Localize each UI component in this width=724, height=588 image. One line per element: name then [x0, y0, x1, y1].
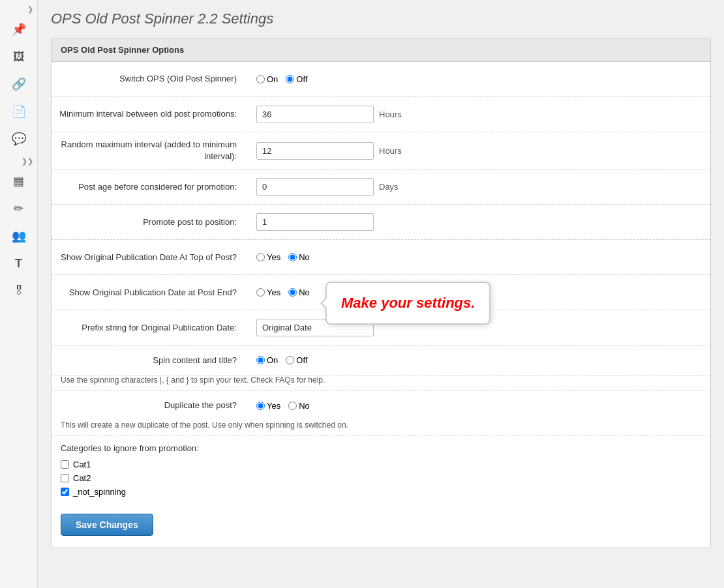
category-cat2-label: Cat2 — [73, 473, 91, 483]
min-interval-input[interactable] — [256, 106, 374, 123]
duplicate-content: Yes No — [247, 394, 710, 417]
category-not-spinning-checkbox[interactable] — [61, 488, 69, 496]
categories-section: Categories to ignore from promotion: Cat… — [52, 435, 710, 505]
show-pub-top-no-label: No — [299, 252, 310, 262]
show-pub-top-yes-option[interactable]: Yes — [256, 252, 280, 262]
duplicate-section: Duplicate the post? Yes No — [52, 390, 710, 435]
show-pub-top-content: Yes No — [247, 246, 710, 269]
spin-off-label: Off — [296, 355, 307, 365]
promote-pos-row: Promote post to position: — [52, 205, 710, 240]
spin-note: Use the spinning characters |, { and } t… — [52, 375, 334, 390]
show-pub-top-yes-radio[interactable] — [256, 253, 265, 261]
promote-pos-content — [247, 207, 710, 237]
show-pub-top-label: Show Original Publication Date At Top of… — [52, 245, 247, 270]
sidebar-expand[interactable]: ❯❯ — [0, 157, 37, 166]
show-pub-top-row: Show Original Publication Date At Top of… — [52, 240, 710, 275]
min-interval-content: Hours — [247, 99, 710, 130]
category-cat1-item[interactable]: Cat1 — [61, 460, 701, 469]
category-not-spinning-item[interactable]: _not_spinning — [61, 487, 701, 497]
show-pub-end-label: Show Original Publication Date at Post E… — [52, 280, 247, 305]
spin-row: Spin content and title? On Off — [52, 345, 710, 390]
panel-header: OPS Old Post Spinner Options — [52, 38, 710, 62]
category-cat2-item[interactable]: Cat2 — [61, 473, 701, 483]
duplicate-no-option[interactable]: No — [288, 401, 310, 411]
categories-label: Categories to ignore from promotion: — [61, 443, 701, 453]
spin-on-radio[interactable] — [256, 356, 265, 364]
sidebar-item-pin[interactable]: 📌 — [7, 18, 31, 41]
promote-pos-input[interactable] — [256, 213, 374, 231]
spin-on-label: On — [267, 355, 278, 365]
settings-panel: OPS Old Post Spinner Options Switch OPS … — [51, 38, 711, 548]
spin-radio-group: On Off — [256, 355, 307, 365]
post-age-row: Post age before considered for promotion… — [52, 169, 710, 205]
show-pub-end-no-option[interactable]: No — [288, 287, 310, 297]
switch-ops-content: On Off — [247, 68, 710, 91]
switch-ops-off-radio[interactable] — [286, 75, 294, 83]
post-age-label: Post age before considered for promotion… — [52, 175, 247, 199]
switch-ops-on-label: On — [267, 74, 278, 84]
sidebar-item-link[interactable]: 🔗 — [7, 72, 31, 96]
show-pub-end-yes-option[interactable]: Yes — [256, 287, 280, 297]
page-title: OPS Old Post Spinner 2.2 Settings — [51, 10, 711, 27]
switch-ops-off-option[interactable]: Off — [286, 74, 307, 84]
category-not-spinning-label: _not_spinning — [73, 487, 126, 497]
min-interval-label: Minimum interval between old post promot… — [52, 102, 247, 126]
spin-main-row: Spin content and title? On Off — [52, 345, 710, 375]
duplicate-yes-option[interactable]: Yes — [256, 401, 280, 411]
switch-ops-label: Switch OPS (Old Post Spinner) — [52, 66, 247, 91]
category-cat2-checkbox[interactable] — [61, 474, 69, 482]
spin-off-radio[interactable] — [286, 356, 294, 364]
switch-ops-on-radio[interactable] — [256, 75, 265, 83]
sidebar-arrow[interactable]: ❯ — [0, 5, 37, 14]
rand-max-row: Random maximum interval (added to minimu… — [52, 132, 710, 169]
rand-max-label: Random maximum interval (added to minimu… — [52, 132, 247, 169]
duplicate-no-radio[interactable] — [288, 402, 297, 410]
show-pub-end-no-radio[interactable] — [288, 288, 297, 297]
show-pub-end-no-label: No — [299, 287, 310, 297]
show-pub-end-yes-label: Yes — [267, 287, 280, 297]
switch-ops-off-label: Off — [296, 74, 307, 84]
tooltip-popup: Make your settings. — [325, 282, 490, 325]
show-pub-top-no-radio[interactable] — [288, 253, 297, 261]
rand-max-content: Hours — [247, 136, 710, 166]
spin-off-option[interactable]: Off — [286, 355, 307, 365]
spin-on-option[interactable]: On — [256, 355, 278, 365]
duplicate-yes-radio[interactable] — [256, 402, 265, 410]
sidebar-item-text[interactable]: T — [7, 252, 31, 275]
duplicate-row: Duplicate the post? Yes No — [52, 390, 710, 420]
duplicate-radio-group: Yes No — [256, 401, 310, 411]
show-pub-end-yes-radio[interactable] — [256, 288, 265, 297]
category-cat1-label: Cat1 — [73, 460, 91, 469]
spin-label: Spin content and title? — [52, 348, 247, 373]
save-section: Save Changes — [52, 505, 710, 548]
sidebar-item-brush[interactable]: ✏ — [7, 197, 31, 220]
sidebar-item-image[interactable]: 🖼 — [7, 45, 31, 68]
show-pub-top-radio-group: Yes No — [256, 252, 310, 262]
rand-max-input[interactable] — [256, 142, 374, 160]
main-content: OPS Old Post Spinner 2.2 Settings OPS Ol… — [38, 0, 724, 588]
spin-content: On Off — [247, 349, 710, 372]
sidebar-item-badge[interactable]: 🎖 — [7, 279, 31, 302]
show-pub-end-row: Show Original Publication Date at Post E… — [52, 275, 710, 310]
sidebar-item-page[interactable]: 📄 — [7, 100, 31, 123]
post-age-input[interactable] — [256, 178, 374, 196]
switch-ops-on-option[interactable]: On — [256, 74, 278, 84]
switch-ops-row: Switch OPS (Old Post Spinner) On Off — [52, 62, 710, 97]
save-button[interactable]: Save Changes — [61, 514, 153, 536]
duplicate-label: Duplicate the post? — [52, 393, 247, 418]
show-pub-top-no-option[interactable]: No — [288, 252, 310, 262]
prefix-label: Prefix string for Original Publication D… — [52, 316, 247, 340]
min-interval-row: Minimum interval between old post promot… — [52, 97, 710, 132]
rand-max-unit: Hours — [379, 146, 402, 156]
sidebar: ❯ 📌 🖼 🔗 📄 💬 ❯❯ ▦ ✏ 👥 T 🎖 — [0, 0, 38, 588]
sidebar-item-users[interactable]: 👥 — [7, 224, 31, 248]
show-pub-top-yes-label: Yes — [267, 252, 280, 262]
show-pub-end-radio-group: Yes No — [256, 287, 310, 297]
duplicate-no-label: No — [299, 401, 310, 411]
post-age-unit: Days — [379, 182, 399, 192]
sidebar-item-grid[interactable]: ▦ — [7, 169, 31, 193]
category-cat1-checkbox[interactable] — [61, 460, 69, 469]
duplicate-note: This will create a new duplicate of the … — [52, 420, 710, 435]
sidebar-item-comment[interactable]: 💬 — [7, 127, 31, 151]
post-age-content: Days — [247, 171, 710, 202]
